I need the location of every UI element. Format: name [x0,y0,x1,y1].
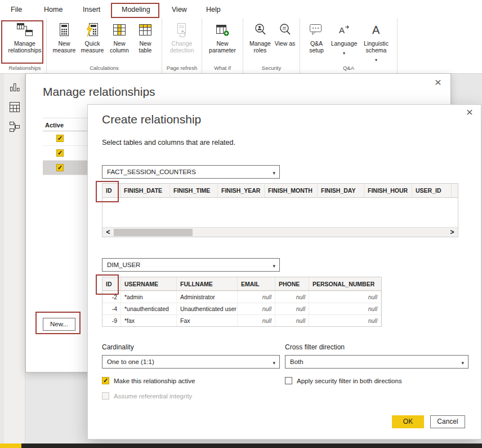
column-header[interactable]: FINISH_DATE [120,184,170,197]
horizontal-scrollbar[interactable] [102,227,458,237]
powerbi-window: File Home Insert Modeling View Help [0,0,482,448]
ribbon-group-calculations: New measure [47,18,162,73]
column-header-filler [452,184,458,197]
new-measure-button[interactable]: New measure [50,18,78,54]
from-table-value: FACT_SESSION_COUNTERS [107,168,196,175]
to-table-value: DIM_USER [107,261,140,268]
manage-roles-button[interactable]: Manage roles [247,18,274,54]
column-header[interactable]: FULLNAME [177,277,238,290]
manage-roles-label: Manage roles [247,40,274,54]
group-label-qa: Q&A [300,65,397,71]
quick-measure-button[interactable]: Quick measure [78,18,106,54]
cell-fullname: Unauthenticated user [177,303,238,314]
cell-username: *unauthenticated [121,303,177,314]
close-icon[interactable] [435,77,441,88]
table-row[interactable]: -9 *fax Fax null null null [102,314,381,326]
column-header[interactable]: USERNAME [121,277,177,290]
ribbon-group-relationships: Manage relationships Relationships [3,18,47,73]
to-table-header-row: ID USERNAME FULLNAME EMAIL PHONE PERSONA… [102,277,381,291]
chevron-down-icon [273,356,275,369]
create-relationship-subtitle: Select tables and columns that are relat… [102,139,235,147]
create-relationship-title: Create relationship [102,113,201,126]
to-table-dropdown[interactable]: DIM_USER [102,258,280,272]
cell-phone: null [275,291,309,303]
active-checkbox[interactable] [56,164,64,171]
from-table-header-row: ID FINISH_DATE FINISH_TIME FINISH_YEAR F… [102,184,458,198]
table-row[interactable]: -4 *unauthenticated Unauthenticated user… [102,303,381,314]
chevron-down-icon [273,166,275,179]
qa-setup-label: Q&A setup [304,40,329,54]
tab-file[interactable]: File [8,5,24,15]
cell-id: -2 [102,291,121,303]
active-checkbox[interactable] [56,149,64,157]
column-header[interactable]: PHONE [275,277,309,290]
tab-modeling[interactable]: Modeling [119,5,153,15]
tab-view[interactable]: View [169,5,189,15]
new-parameter-icon [216,21,229,38]
new-parameter-button[interactable]: New parameter [206,18,239,54]
ribbon-group-security: Manage roles View as Security [243,18,300,73]
to-table-preview: ID USERNAME FULLNAME EMAIL PHONE PERSONA… [102,277,382,327]
new-table-button[interactable]: New table [132,18,158,54]
view-switcher-sidebar [4,74,25,443]
language-button[interactable]: A Language [329,18,359,64]
report-view-icon[interactable] [8,81,21,94]
security-filter-checkbox[interactable] [285,377,292,384]
manage-relationships-button[interactable]: Manage relationships [7,18,43,54]
scroll-left-icon[interactable] [104,228,113,237]
referential-integrity-checkbox-row: Assume referential integrity [102,392,192,400]
from-table-dropdown[interactable]: FACT_SESSION_COUNTERS [102,165,280,179]
column-header[interactable]: ID [102,184,120,197]
column-header[interactable]: FINISH_DAY [318,184,364,197]
model-view-icon[interactable] [8,121,21,133]
cell-phone: null [275,315,309,326]
manage-relationships-icon [16,21,33,38]
make-active-checkbox[interactable] [102,377,109,384]
column-header[interactable]: PERSONAL_NUMBER [309,277,381,290]
change-detection-label: Change detection [166,40,198,54]
cross-filter-dropdown[interactable]: Both [285,355,468,369]
cardinality-dropdown[interactable]: One to one (1:1) [102,355,280,369]
cell-fullname: Fax [177,315,238,326]
scroll-right-icon[interactable] [448,228,457,237]
data-view-icon[interactable] [8,101,21,113]
ribbon: File Home Insert Modeling View Help [0,0,482,74]
new-measure-label: New measure [50,40,78,54]
security-filter-checkbox-row[interactable]: Apply security filter in both directions [285,377,402,384]
cell-username: *admin [121,291,177,303]
cancel-button[interactable]: Cancel [430,415,465,428]
column-header[interactable]: FINISH_HOUR [364,184,412,197]
quick-measure-icon [86,21,99,38]
column-header[interactable]: FINISH_YEAR [218,184,265,197]
view-as-icon [278,21,292,38]
linguistic-schema-icon: A [369,21,383,38]
linguistic-schema-button[interactable]: A Linguistic schema [359,18,394,64]
active-checkbox[interactable] [56,135,64,142]
tab-insert[interactable]: Insert [81,5,102,15]
svg-text:A: A [372,24,380,36]
column-header[interactable]: FINISH_MONTH [265,184,318,197]
column-header[interactable]: FINISH_TIME [170,184,218,197]
new-relationship-button[interactable]: New... [43,318,75,331]
new-column-icon [113,21,126,38]
new-table-icon [139,21,152,38]
group-label-relationships: Relationships [3,65,46,71]
cell-email: null [238,315,275,326]
chevron-down-icon [375,54,377,64]
from-table-preview: ID FINISH_DATE FINISH_TIME FINISH_YEAR F… [102,183,458,237]
table-row[interactable]: -2 *admin Administrator null null null [102,291,381,303]
tab-home[interactable]: Home [42,5,65,15]
column-header[interactable]: USER_ID [412,184,452,197]
view-as-button[interactable]: View as [274,18,296,54]
close-icon[interactable] [466,107,473,118]
new-parameter-label: New parameter [206,40,239,54]
make-active-checkbox-row[interactable]: Make this relationship active [102,377,195,384]
from-table-body [102,198,458,227]
qa-setup-button[interactable]: Q&A setup [304,18,329,64]
scrollbar-thumb[interactable] [114,229,193,236]
ok-button[interactable]: OK [392,415,424,428]
column-header[interactable]: ID [102,277,121,290]
new-column-button[interactable]: New column [106,18,132,54]
tab-help[interactable]: Help [204,5,223,15]
column-header[interactable]: EMAIL [238,277,275,290]
